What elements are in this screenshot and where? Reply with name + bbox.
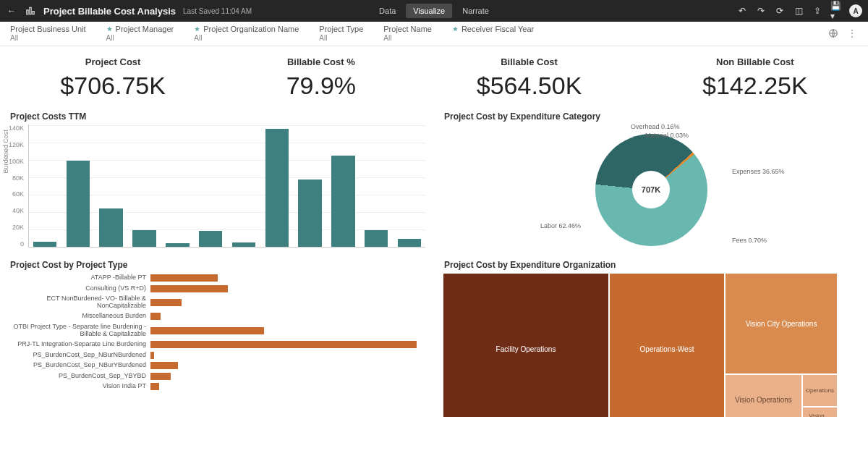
- chart-treemap[interactable]: Project Cost by Expenditure Organization…: [434, 254, 868, 417]
- last-saved-label: Last Saved 11:04 AM: [183, 7, 252, 15]
- refresh-icon[interactable]: ⟳: [774, 5, 786, 17]
- filter-receiver-fiscal-year[interactable]: Receiver Fiscal Year: [452, 25, 534, 34]
- kpi-row: Project Cost $706.75K Billable Cost % 79…: [0, 46, 868, 106]
- kebab-icon[interactable]: ⋮: [846, 28, 858, 39]
- treemap-cell[interactable]: Facility Operations: [443, 273, 609, 417]
- hbar-row[interactable]: PS_BurdenCost_Sep_NBurNBurdened: [9, 352, 425, 359]
- treemap-cell[interactable]: Operations-West: [609, 273, 725, 417]
- donut-label: Material 0.03%: [645, 132, 689, 139]
- chart-title: Project Costs TTM: [10, 111, 425, 122]
- filter-project-manager[interactable]: Project ManagerAll: [106, 25, 174, 42]
- bar[interactable]: [33, 242, 56, 247]
- tab-data[interactable]: Data: [372, 4, 403, 18]
- hbar-row[interactable]: PRJ-TL Integration-Separate Line Burdeni…: [9, 341, 425, 348]
- bar[interactable]: [199, 231, 222, 247]
- preview-icon[interactable]: ◫: [793, 5, 804, 17]
- hbar-row[interactable]: Miscellaneous Burden: [9, 313, 425, 320]
- hbar-row[interactable]: ATAPP -Billable PT: [9, 274, 425, 282]
- filterbar-right: ⋮: [827, 25, 858, 39]
- donut-label: Fees 0.70%: [732, 237, 767, 244]
- donut-label: Labor 62.46%: [540, 222, 581, 229]
- back-icon[interactable]: ←: [6, 5, 17, 17]
- bar[interactable]: [132, 230, 156, 247]
- mode-tabs: Data Visualize Narrate: [372, 4, 496, 18]
- avatar[interactable]: A: [849, 4, 862, 17]
- donut-ring: 707K: [595, 134, 707, 246]
- filter-project-name[interactable]: Project NameAll: [383, 25, 432, 42]
- bar[interactable]: [298, 180, 321, 247]
- filter-bar: Project Business UnitAllProject ManagerA…: [0, 22, 868, 46]
- filter-project-type[interactable]: Project TypeAll: [319, 25, 363, 42]
- kpi-nonbillable-cost: Non Billable Cost $142.25K: [702, 56, 808, 100]
- bar[interactable]: [67, 161, 90, 248]
- save-menu-icon[interactable]: 💾▾: [830, 5, 842, 17]
- bar[interactable]: [398, 239, 421, 247]
- tab-visualize[interactable]: Visualize: [406, 4, 452, 18]
- chart-title: Project Cost by Expenditure Category: [444, 111, 859, 122]
- hbar-row[interactable]: OTBI Project Type - Separate line Burden…: [9, 324, 425, 338]
- tab-narrate[interactable]: Narrate: [455, 4, 496, 18]
- app-topbar: ← Project Billable Cost Analysis Last Sa…: [0, 0, 868, 22]
- filter-project-business-unit[interactable]: Project Business UnitAll: [10, 25, 86, 42]
- filter-project-organization-name[interactable]: Project Organization NameAll: [194, 25, 299, 42]
- svg-rect-1: [30, 7, 31, 14]
- page-title: Project Billable Cost Analysis: [43, 6, 176, 17]
- hbar-row[interactable]: PS_BurdenCost_Sep_NBurYBurdened: [9, 362, 425, 369]
- topbar-right: ↶ ↷ ⟳ ◫ ⇪ 💾▾ A: [736, 4, 862, 17]
- kpi-value: $706.75K: [60, 72, 166, 100]
- kpi-label: Project Cost: [60, 56, 166, 67]
- chart-title: Project Cost by Expenditure Organization: [444, 260, 868, 270]
- project-icon: [25, 5, 36, 17]
- treemap-cell[interactable]: Vision Operations: [725, 374, 802, 417]
- kpi-billable-cost: Billable Cost $564.50K: [477, 56, 582, 100]
- bar[interactable]: [365, 230, 388, 247]
- redo-icon[interactable]: ↷: [755, 5, 767, 17]
- kpi-label: Billable Cost %: [286, 56, 356, 67]
- y-axis-label: Burdened Cost: [2, 130, 9, 173]
- treemap-area: Facility Operations Operations-West Visi…: [443, 273, 868, 417]
- bar[interactable]: [232, 242, 255, 247]
- hbar-area: ATAPP -Billable PTConsulting (VS R+D)ECT…: [9, 273, 425, 417]
- topbar-left: ← Project Billable Cost Analysis Last Sa…: [6, 5, 252, 17]
- svg-rect-2: [33, 12, 34, 14]
- treemap-cell[interactable]: Vision ...: [802, 407, 838, 417]
- chart-title: Project Cost by Project Type: [10, 260, 425, 270]
- chart-project-type[interactable]: Project Cost by Project Type ATAPP -Bill…: [0, 254, 434, 417]
- globe-icon[interactable]: [827, 28, 839, 39]
- chart-donut[interactable]: Project Cost by Expenditure Category 707…: [434, 106, 868, 254]
- kpi-value: $142.25K: [702, 72, 808, 100]
- donut-center: 707K: [632, 171, 671, 209]
- kpi-label: Billable Cost: [477, 56, 582, 67]
- bar[interactable]: [331, 156, 354, 247]
- svg-rect-0: [27, 10, 28, 14]
- treemap-cell[interactable]: Vision City Operations: [725, 273, 838, 374]
- kpi-value: $564.50K: [477, 72, 582, 100]
- kpi-value: 79.9%: [286, 72, 356, 100]
- kpi-label: Non Billable Cost: [702, 56, 808, 67]
- chart-ttm[interactable]: Project Costs TTM Burdened Cost 140K120K…: [0, 106, 434, 254]
- treemap-cell[interactable]: Operations: [802, 374, 838, 407]
- undo-icon[interactable]: ↶: [736, 5, 748, 17]
- bar[interactable]: [166, 243, 189, 247]
- kpi-billable-pct: Billable Cost % 79.9%: [286, 56, 356, 100]
- donut-label: Expenses 36.65%: [732, 168, 785, 175]
- export-icon[interactable]: ⇪: [812, 5, 823, 17]
- main-grid: Project Costs TTM Burdened Cost 140K120K…: [0, 106, 868, 417]
- hbar-row[interactable]: ECT NonBurdened- VO- Billable & NonCapit…: [9, 295, 425, 310]
- kpi-project-cost: Project Cost $706.75K: [60, 56, 166, 100]
- hbar-row[interactable]: PS_BurdenCost_Sep_YBYBD: [9, 373, 425, 380]
- donut-label: Overhead 0.16%: [631, 123, 680, 130]
- hbar-row[interactable]: Consulting (VS R+D): [9, 285, 425, 292]
- y-axis-ticks: 140K120K100K80K60K40K20K0: [9, 124, 27, 248]
- bar[interactable]: [265, 129, 289, 247]
- hbar-row[interactable]: Vision India PT: [9, 383, 425, 390]
- bar-area: [28, 124, 425, 248]
- bar[interactable]: [99, 208, 122, 247]
